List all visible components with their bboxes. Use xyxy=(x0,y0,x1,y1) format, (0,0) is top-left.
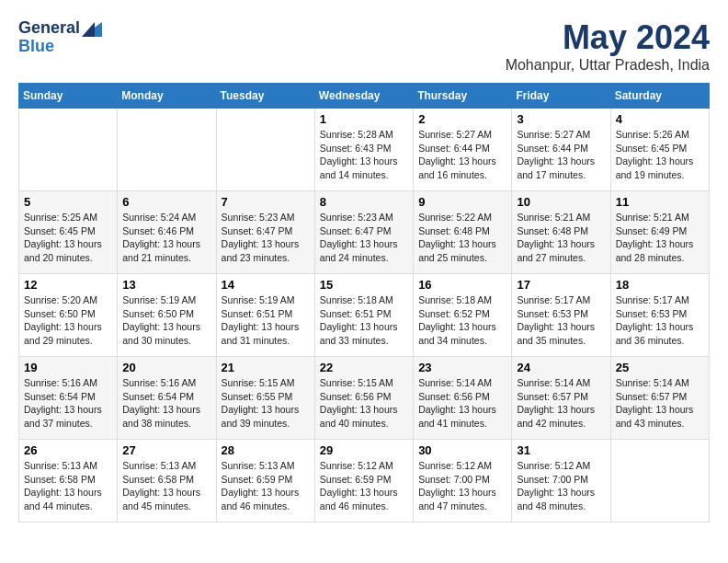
cell-info-line: and 41 minutes. xyxy=(418,417,506,431)
cell-info-line: and 28 minutes. xyxy=(616,251,704,265)
cell-info-line: Sunrise: 5:18 AM xyxy=(320,293,408,307)
cell-info-line: Daylight: 13 hours xyxy=(418,486,506,500)
logo-arrow-icon xyxy=(82,22,102,37)
cell-info-line: and 14 minutes. xyxy=(320,168,408,182)
cell-info-line: Sunrise: 5:13 AM xyxy=(122,459,210,473)
calendar-cell: 12Sunrise: 5:20 AMSunset: 6:50 PMDayligh… xyxy=(19,274,118,357)
cell-info-line: Sunset: 6:47 PM xyxy=(222,224,310,238)
logo: General Blue xyxy=(18,18,102,54)
cell-info-line: Daylight: 13 hours xyxy=(418,320,506,334)
cell-info-line: Daylight: 13 hours xyxy=(517,320,605,334)
cell-info-line: Sunrise: 5:16 AM xyxy=(24,376,112,390)
cell-info-line: Sunrise: 5:19 AM xyxy=(222,293,310,307)
weekday-header-wednesday: Wednesday xyxy=(314,84,413,109)
cell-info-line: Sunrise: 5:27 AM xyxy=(517,128,605,142)
day-number: 31 xyxy=(517,443,605,457)
cell-info-line: and 16 minutes. xyxy=(418,168,506,182)
calendar-cell: 22Sunrise: 5:15 AMSunset: 6:56 PMDayligh… xyxy=(314,357,413,440)
cell-info-line: Sunrise: 5:15 AM xyxy=(222,376,310,390)
cell-info-line: Daylight: 13 hours xyxy=(320,237,408,251)
calendar-cell: 30Sunrise: 5:12 AMSunset: 7:00 PMDayligh… xyxy=(414,440,512,523)
cell-info-line: and 43 minutes. xyxy=(616,417,704,431)
cell-info-line: Sunset: 6:52 PM xyxy=(418,307,506,321)
cell-info-line: Daylight: 13 hours xyxy=(24,486,112,500)
calendar-cell: 13Sunrise: 5:19 AMSunset: 6:50 PMDayligh… xyxy=(118,274,216,357)
cell-info-line: Sunrise: 5:13 AM xyxy=(24,459,112,473)
cell-info-line: and 29 minutes. xyxy=(24,334,112,348)
calendar-cell xyxy=(118,109,216,191)
cell-info-line: Sunset: 6:59 PM xyxy=(222,473,310,487)
cell-info-line: Daylight: 13 hours xyxy=(517,155,605,168)
calendar-cell: 24Sunrise: 5:14 AMSunset: 6:57 PMDayligh… xyxy=(512,357,610,440)
cell-info-line: Daylight: 13 hours xyxy=(222,486,310,500)
cell-info-line: Sunset: 6:48 PM xyxy=(517,224,605,238)
calendar-cell xyxy=(19,109,118,191)
cell-info-line: and 38 minutes. xyxy=(122,417,210,431)
day-number: 16 xyxy=(418,278,506,292)
cell-info-line: and 35 minutes. xyxy=(517,334,605,348)
cell-info-line: Sunset: 6:45 PM xyxy=(24,224,112,238)
weekday-header-friday: Friday xyxy=(512,84,610,109)
day-number: 7 xyxy=(222,195,310,209)
day-number: 3 xyxy=(517,112,605,126)
cell-info-line: Sunset: 6:59 PM xyxy=(320,473,408,487)
cell-info-line: Sunrise: 5:28 AM xyxy=(320,128,408,142)
day-number: 30 xyxy=(418,443,506,457)
day-number: 9 xyxy=(418,195,506,209)
cell-info-line: Daylight: 13 hours xyxy=(24,403,112,417)
location-title: Mohanpur, Uttar Pradesh, India xyxy=(506,57,710,74)
weekday-header-tuesday: Tuesday xyxy=(216,84,314,109)
cell-info-line: Daylight: 13 hours xyxy=(616,155,704,168)
cell-info-line: Sunset: 6:50 PM xyxy=(24,307,112,321)
day-number: 10 xyxy=(517,195,605,209)
cell-info-line: Daylight: 13 hours xyxy=(222,403,310,417)
calendar-cell: 21Sunrise: 5:15 AMSunset: 6:55 PMDayligh… xyxy=(216,357,314,440)
day-number: 8 xyxy=(320,195,408,209)
svg-marker-1 xyxy=(82,22,95,37)
cell-info-line: Sunset: 6:48 PM xyxy=(418,224,506,238)
day-number: 18 xyxy=(616,278,704,292)
cell-info-line: Sunrise: 5:15 AM xyxy=(320,376,408,390)
day-number: 2 xyxy=(418,112,506,126)
calendar-cell: 4Sunrise: 5:26 AMSunset: 6:45 PMDaylight… xyxy=(610,109,709,191)
cell-info-line: Daylight: 13 hours xyxy=(320,320,408,334)
cell-info-line: Daylight: 13 hours xyxy=(24,320,112,334)
cell-info-line: Sunset: 6:46 PM xyxy=(122,224,210,238)
cell-info-line: Daylight: 13 hours xyxy=(517,403,605,417)
logo-blue-text: Blue xyxy=(18,38,54,54)
day-number: 27 xyxy=(122,443,210,457)
cell-info-line: and 21 minutes. xyxy=(122,251,210,265)
calendar-cell: 29Sunrise: 5:12 AMSunset: 6:59 PMDayligh… xyxy=(314,440,413,523)
calendar-cell: 26Sunrise: 5:13 AMSunset: 6:58 PMDayligh… xyxy=(19,440,118,523)
day-number: 17 xyxy=(517,278,605,292)
cell-info-line: Sunrise: 5:17 AM xyxy=(517,293,605,307)
calendar-cell: 2Sunrise: 5:27 AMSunset: 6:44 PMDaylight… xyxy=(414,109,512,191)
calendar-cell xyxy=(216,109,314,191)
weekday-header-saturday: Saturday xyxy=(610,84,709,109)
calendar-cell xyxy=(610,440,709,523)
day-number: 25 xyxy=(616,361,704,374)
cell-info-line: Sunrise: 5:22 AM xyxy=(418,211,506,224)
cell-info-line: Sunset: 6:53 PM xyxy=(517,307,605,321)
calendar-table: SundayMondayTuesdayWednesdayThursdayFrid… xyxy=(18,83,710,523)
cell-info-line: Daylight: 13 hours xyxy=(122,486,210,500)
cell-info-line: Sunrise: 5:12 AM xyxy=(418,459,506,473)
calendar-cell: 14Sunrise: 5:19 AMSunset: 6:51 PMDayligh… xyxy=(216,274,314,357)
cell-info-line: Sunrise: 5:17 AM xyxy=(616,293,704,307)
cell-info-line: Sunrise: 5:13 AM xyxy=(222,459,310,473)
cell-info-line: Sunrise: 5:14 AM xyxy=(616,376,704,390)
page-header: General Blue May 2024 Mohanpur, Uttar Pr… xyxy=(18,18,710,74)
cell-info-line: Sunset: 6:58 PM xyxy=(122,473,210,487)
cell-info-line: Sunrise: 5:14 AM xyxy=(517,376,605,390)
day-number: 13 xyxy=(122,278,210,292)
cell-info-line: Daylight: 13 hours xyxy=(517,486,605,500)
cell-info-line: Daylight: 13 hours xyxy=(122,320,210,334)
cell-info-line: Daylight: 13 hours xyxy=(320,155,408,168)
calendar-cell: 7Sunrise: 5:23 AMSunset: 6:47 PMDaylight… xyxy=(216,191,314,274)
cell-info-line: Sunrise: 5:18 AM xyxy=(418,293,506,307)
day-number: 15 xyxy=(320,278,408,292)
calendar-cell: 20Sunrise: 5:16 AMSunset: 6:54 PMDayligh… xyxy=(118,357,216,440)
calendar-cell: 15Sunrise: 5:18 AMSunset: 6:51 PMDayligh… xyxy=(314,274,413,357)
cell-info-line: Sunrise: 5:24 AM xyxy=(122,211,210,224)
day-number: 24 xyxy=(517,361,605,374)
